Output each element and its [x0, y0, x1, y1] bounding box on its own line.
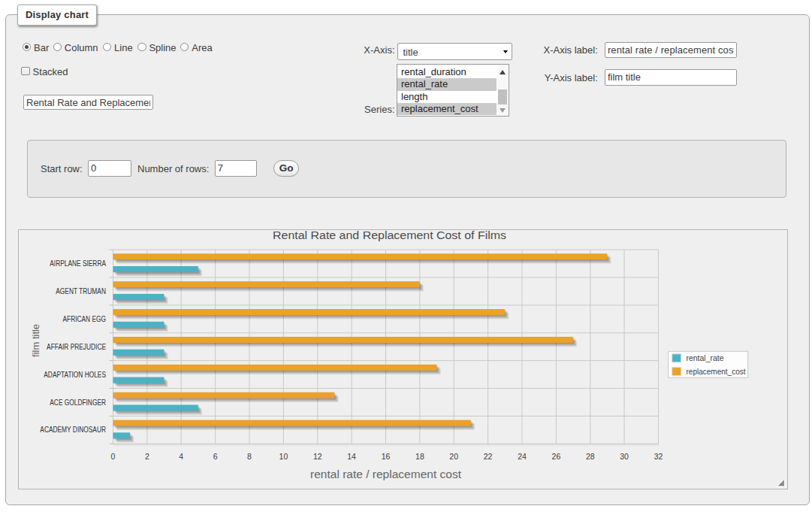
svg-text:2: 2	[144, 451, 149, 460]
svg-text:8: 8	[247, 451, 252, 460]
svg-text:rental_rate: rental_rate	[686, 353, 723, 362]
svg-text:0: 0	[110, 451, 115, 460]
svg-text:4: 4	[179, 451, 183, 460]
svg-text:20: 20	[449, 451, 458, 460]
svg-text:14: 14	[347, 451, 356, 460]
svg-text:30: 30	[620, 451, 629, 460]
svg-text:AFFAIR PREJUDICE: AFFAIR PREJUDICE	[47, 342, 106, 350]
svg-text:22: 22	[483, 451, 492, 460]
svg-text:rental rate / replacement cost: rental rate / replacement cost	[310, 468, 461, 480]
svg-text:Rental Rate and Replacement Co: Rental Rate and Replacement Cost of Film…	[273, 230, 506, 241]
svg-text:12: 12	[312, 451, 321, 460]
svg-text:32: 32	[654, 451, 663, 460]
svg-text:AIRPLANE SIERRA: AIRPLANE SIERRA	[50, 259, 106, 268]
svg-text:6: 6	[213, 451, 217, 460]
svg-text:18: 18	[415, 451, 424, 460]
svg-text:26: 26	[551, 451, 560, 460]
svg-text:10: 10	[279, 451, 288, 460]
svg-text:ADAPTATION HOLES: ADAPTATION HOLES	[44, 370, 106, 378]
svg-text:AGENT TRUMAN: AGENT TRUMAN	[56, 286, 106, 295]
svg-text:ACADEMY DINOSAUR: ACADEMY DINOSAUR	[40, 426, 106, 434]
svg-text:ACE GOLDFINGER: ACE GOLDFINGER	[50, 398, 106, 406]
svg-text:film title: film title	[30, 323, 41, 356]
svg-text:28: 28	[585, 451, 594, 460]
svg-text:AFRICAN EGG: AFRICAN EGG	[62, 314, 106, 323]
svg-text:replacement_cost: replacement_cost	[686, 366, 745, 375]
svg-text:24: 24	[518, 451, 527, 460]
svg-text:16: 16	[381, 451, 390, 460]
